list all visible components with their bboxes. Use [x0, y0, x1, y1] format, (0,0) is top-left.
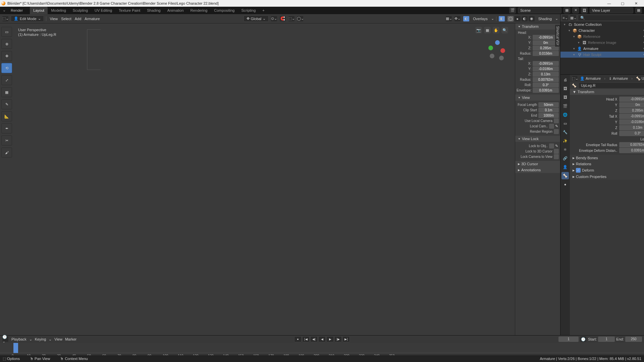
proportional-button[interactable]: ◯⌄	[297, 16, 304, 22]
timeline-mode-button[interactable]: 🕒⌄	[2, 336, 9, 342]
zoom-gizmo-icon[interactable]: 🔍	[501, 27, 508, 34]
scene-browse-button[interactable]: ▦	[564, 7, 570, 13]
autokey-button[interactable]: ●	[294, 336, 302, 342]
editor-type-button[interactable]: ⬚⌄	[2, 16, 9, 22]
jump-start-button[interactable]: |◀	[302, 336, 310, 342]
blender-menu-icon[interactable]: ⌄	[0, 8, 8, 12]
mode-dropdown[interactable]: 👤Edit Mode⌄	[11, 15, 44, 22]
roll-field[interactable]: 0.3°	[533, 82, 559, 87]
material-tab-icon[interactable]: ●	[561, 181, 569, 188]
tail-x-field[interactable]: -0.0991m	[533, 61, 559, 66]
pivot-button[interactable]: ⊙⌄	[271, 16, 277, 22]
outliner-search-input[interactable]: 🔍	[578, 15, 644, 21]
n-panel-tab[interactable]: Shortcut VUr	[555, 25, 560, 47]
select-tool[interactable]: ▭	[1, 27, 12, 37]
roll-tool[interactable]: 🖌	[1, 147, 12, 158]
axis-y-icon[interactable]	[488, 46, 493, 50]
particle-tab-icon[interactable]: ✨	[561, 137, 569, 144]
render-tab-icon[interactable]: 🖨	[561, 76, 569, 83]
n-annotations-header[interactable]: ▶Annotations	[515, 167, 560, 173]
move-tool[interactable]: ✥	[1, 51, 12, 61]
scene-new-button[interactable]: ✕	[572, 7, 579, 13]
workspace-tab-scripting[interactable]: Scripting	[238, 7, 259, 14]
playhead[interactable]	[13, 343, 18, 353]
transform-tool[interactable]: ▦	[1, 87, 12, 97]
xray-toggle-button[interactable]: ◧	[498, 16, 505, 22]
nav-gizmo[interactable]	[486, 40, 506, 60]
workspace-tab-uv-editing[interactable]: UV Editing	[91, 7, 115, 14]
modifier-tab-icon[interactable]: 🔧	[561, 128, 569, 136]
viewport-menu-add[interactable]: Add	[73, 17, 83, 21]
workspace-tab-compositing[interactable]: Compositing	[211, 7, 238, 14]
world-tab-icon[interactable]: 🌐	[561, 111, 569, 118]
renderregion-checkbox[interactable]	[554, 129, 559, 134]
prop-transform-header[interactable]: ▼Transform	[570, 89, 644, 95]
axis-neg-icon[interactable]	[499, 56, 504, 60]
workspace-tab-modeling[interactable]: Modeling	[48, 7, 69, 14]
n-view-header[interactable]: ▼View	[515, 95, 560, 101]
gizmo-toggle-button[interactable]: ✥⌄	[454, 16, 461, 22]
outliner-item[interactable]: ▾🖼Reference Image👁▭📷	[560, 40, 644, 46]
maximize-button[interactable]: ▢	[616, 0, 629, 7]
clipend-field[interactable]: 1000m	[538, 113, 559, 118]
prop-field[interactable]: -0.0991m	[619, 114, 644, 119]
prop-field[interactable]: 0.0391m	[619, 148, 644, 153]
prop-field[interactable]: 0.13m	[619, 125, 644, 130]
pan-gizmo-icon[interactable]: ✋	[493, 27, 499, 34]
end-frame-field[interactable]: 250	[625, 337, 642, 342]
scene-tab-icon[interactable]: 🎬	[561, 102, 569, 110]
armature-tab-icon[interactable]: 👤	[561, 163, 569, 171]
localcam-checkbox[interactable]	[554, 118, 559, 123]
head-radius-field[interactable]: 0.0156m	[533, 51, 559, 56]
measure-tool[interactable]: 📐	[1, 111, 12, 121]
current-frame-field[interactable]: 1	[558, 337, 579, 342]
object-tab-icon[interactable]: ▭	[561, 120, 569, 127]
property-panel-relations[interactable]: ▶Relations	[570, 161, 644, 167]
n-transform-header[interactable]: ▼Transform	[515, 23, 560, 29]
axis-z-icon[interactable]	[495, 40, 500, 45]
workspace-tab-rendering[interactable]: Rendering	[187, 7, 211, 14]
physics-tab-icon[interactable]: ⚛	[561, 146, 569, 153]
wireframe-shading-button[interactable]: ◯	[507, 16, 514, 22]
property-panel-deform[interactable]: ▶✓Deform	[570, 167, 644, 174]
grid-gizmo-icon[interactable]: ▦	[484, 27, 491, 34]
extrude-tool[interactable]: ✒	[1, 123, 12, 133]
outliner-item[interactable]: ▾📦Reference👁▭📷	[560, 34, 644, 40]
output-tab-icon[interactable]: 🖼	[561, 85, 569, 92]
timeline-track[interactable]	[0, 343, 644, 353]
focal-field[interactable]: 50mm	[538, 102, 559, 107]
playback-menu[interactable]: Playback	[11, 337, 26, 341]
menu-render[interactable]: Render	[8, 7, 26, 14]
pin-icon[interactable]: ⬚⌄	[572, 75, 578, 81]
tail-z-field[interactable]: 0.13m	[533, 72, 559, 77]
viewlayer-icon[interactable]: 🖼	[581, 7, 588, 13]
keying-menu[interactable]: Keying	[35, 337, 46, 341]
outliner-mode-button[interactable]: ≡⌄	[562, 15, 569, 21]
prop-field[interactable]: 0.00782m	[619, 142, 644, 147]
start-frame-field[interactable]: 1	[598, 337, 615, 342]
prop-field[interactable]: 0.285m	[619, 108, 644, 113]
viewport-menu-view[interactable]: View	[48, 17, 60, 21]
viewlayer-new-button[interactable]: ▦	[635, 7, 642, 13]
play-rev-button[interactable]: ◀	[318, 336, 326, 342]
overlays-label[interactable]: Overlays	[473, 17, 487, 21]
lookdev-shading-button[interactable]: ◐	[521, 16, 528, 22]
prop-field[interactable]: -0.0186m	[619, 119, 644, 125]
viewport-menu-armature[interactable]: Armature	[83, 17, 101, 21]
tail-y-field[interactable]: -0.0186m	[533, 66, 559, 71]
prop-field[interactable]: -0.0991m	[619, 97, 644, 102]
bone-name-field[interactable]: UpLeg.R	[579, 82, 644, 88]
view-menu[interactable]: View	[54, 337, 62, 341]
n-viewlock-header[interactable]: ▼View Lock	[515, 136, 560, 142]
axis-neg-icon[interactable]	[490, 54, 494, 58]
breadcrumb-seg[interactable]: 👤Armature	[580, 76, 601, 81]
scene-field[interactable]: Scene	[518, 7, 561, 13]
property-panel-custom-properties[interactable]: ▶Custom Properties	[570, 174, 644, 180]
prop-field[interactable]: 0.3°	[619, 131, 644, 136]
outliner-item[interactable]: ▾📦Character👁▭📷	[560, 27, 644, 34]
outliner-item[interactable]: ▾👤Armature👁▭📷	[560, 46, 644, 52]
close-button[interactable]: ✕	[629, 0, 643, 7]
viewlayer-tab-icon[interactable]: 🖼	[561, 94, 569, 101]
property-panel-bendy-bones[interactable]: ▶Bendy Bones	[570, 155, 644, 161]
marker-menu[interactable]: Marker	[65, 337, 76, 341]
